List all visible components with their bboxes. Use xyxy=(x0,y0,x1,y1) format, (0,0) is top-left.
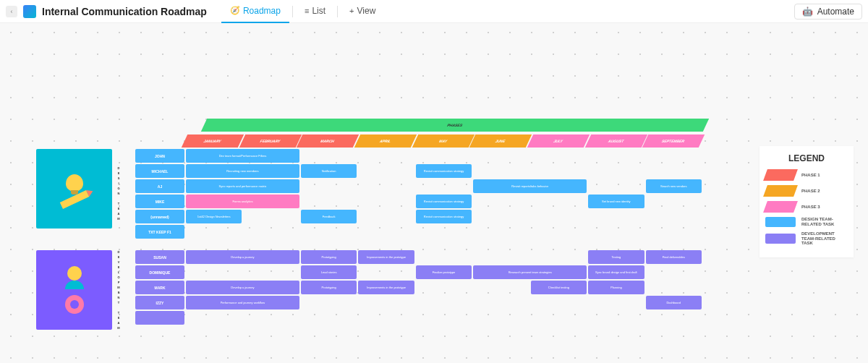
month-header-may: MAY xyxy=(412,134,474,148)
grid-cell xyxy=(243,225,299,239)
automate-button[interactable]: 🤖 Automate xyxy=(794,4,862,20)
gantt-row: (unnamed)1st&2 Design NewslettersFeedbac… xyxy=(135,210,702,223)
row-person-name: AJ xyxy=(135,179,184,193)
grid-cell xyxy=(646,210,702,223)
task-bar[interactable]: Checklist testing xyxy=(531,281,587,294)
grid-cell xyxy=(416,250,472,264)
gantt-row: IZZYPerformance and journey workflowDash… xyxy=(135,296,702,309)
collapse-sidebar-button[interactable]: ‹ xyxy=(6,6,17,17)
task-bar[interactable]: Revisit communication strategy xyxy=(416,164,472,178)
task-bar[interactable]: Dev team format/Performance Filters xyxy=(186,149,299,163)
task-bar[interactable]: Improvements in the prototype xyxy=(358,250,414,264)
grid-cell xyxy=(243,265,299,279)
grid-cell xyxy=(473,164,529,178)
task-bar[interactable]: Feedback xyxy=(301,210,357,223)
phases-header: PHASES xyxy=(36,117,702,133)
task-bar[interactable]: Set brand new identity xyxy=(588,195,644,208)
tab-add-view[interactable]: + View xyxy=(341,0,384,23)
task-bar[interactable]: Planning xyxy=(588,281,644,294)
grid-cell xyxy=(358,179,414,193)
gantt-row: DOMINIQUELead storiesFinalize prototypeR… xyxy=(135,265,702,279)
gantt-row: MARKDevelop a journeyPrototypingImprovem… xyxy=(135,281,702,294)
task-bar[interactable]: Prototyping xyxy=(301,281,357,294)
grid-cell xyxy=(646,149,702,163)
tab-roadmap[interactable]: 🧭 Roadmap xyxy=(221,0,289,23)
task-bar[interactable]: 1st&2 Design Newsletters xyxy=(186,210,242,223)
grid-cell xyxy=(473,281,529,294)
month-header-september: SEPTEMBER xyxy=(642,134,705,148)
robot-icon: 🤖 xyxy=(802,7,813,17)
grid-cell xyxy=(473,296,529,309)
grid-cell xyxy=(358,311,414,325)
grid-cell xyxy=(416,296,472,309)
month-header-row: JANUARYFEBRUARYMARCHAPRILMAYJUNEJULYAUGU… xyxy=(36,134,702,148)
plus-icon: + xyxy=(349,7,354,15)
tab-label: List xyxy=(312,6,326,16)
task-bar[interactable]: Revisit reports/tabs behavior xyxy=(473,179,587,193)
task-bar[interactable]: Search new vendors xyxy=(646,179,702,193)
grid-cell xyxy=(531,164,587,178)
grid-cell xyxy=(358,225,414,239)
task-bar[interactable]: Performance and journey workflow xyxy=(186,296,299,309)
grid-cell xyxy=(473,195,529,208)
task-bar[interactable]: Revisit communication strategy xyxy=(416,195,472,208)
task-bar[interactable]: Develop a journey xyxy=(186,281,299,294)
row-person-name xyxy=(135,311,184,325)
grid-cell xyxy=(588,311,644,325)
task-bar[interactable]: Revisit communication strategy xyxy=(416,210,472,223)
task-bar[interactable]: Forms analytics xyxy=(186,195,299,208)
task-bar[interactable]: Finalize prototype xyxy=(416,265,472,279)
grid-cell xyxy=(531,225,587,239)
legend-swatch xyxy=(765,234,796,244)
grid-cell xyxy=(301,195,357,208)
divider xyxy=(337,6,338,17)
task-bar[interactable]: Prototyping xyxy=(301,250,357,264)
month-header-june: JUNE xyxy=(469,134,532,148)
task-bar[interactable]: Improvements in the prototype xyxy=(358,281,414,294)
grid-cell xyxy=(646,195,702,208)
legend-item: DESIGN TEAM-RELATED TASK xyxy=(765,217,848,227)
task-bar[interactable]: Dashboard xyxy=(646,296,702,309)
task-bar[interactable]: Sync brand design and first draft xyxy=(588,265,644,279)
gantt-row xyxy=(135,311,702,325)
legend-item: PHASE 3 xyxy=(765,201,848,213)
row-person-name: SUSAN xyxy=(135,250,184,264)
design-team-image xyxy=(36,149,112,229)
task-bar[interactable]: Research present team strategies xyxy=(473,265,587,279)
grid-cell xyxy=(531,296,587,309)
tab-list[interactable]: ≡ List xyxy=(296,0,334,23)
task-bar[interactable]: Final deliverables xyxy=(646,250,702,264)
task-bar[interactable]: Notification xyxy=(301,164,357,178)
task-bar[interactable]: Recruiting new members xyxy=(186,164,299,178)
gantt-row: TXT KEEP F1 xyxy=(135,225,702,239)
grid-cell xyxy=(358,149,414,163)
team-name-label: DESIGN TEAM xyxy=(114,149,123,239)
roadmap-icon: 🧭 xyxy=(230,6,240,15)
legend-title: LEGEND xyxy=(765,153,848,163)
grid-cell xyxy=(473,210,529,223)
roadmap-canvas[interactable]: PHASES JANUARYFEBRUARYMARCHAPRILMAYJUNEJ… xyxy=(0,23,868,363)
legend-label: DESIGN TEAM-RELATED TASK xyxy=(801,217,848,226)
task-bar[interactable]: Sync reports and performance matrix xyxy=(186,179,299,193)
phases-label: PHASES xyxy=(446,123,463,127)
task-bar[interactable]: Testing xyxy=(588,250,644,264)
grid-cell xyxy=(416,149,472,163)
month-header-february: FEBRUARY xyxy=(239,134,301,148)
grid-cell xyxy=(473,225,529,239)
row-person-name: DOMINIQUE xyxy=(135,265,184,279)
grid-cell xyxy=(531,210,587,223)
row-person-name: (unnamed) xyxy=(135,210,184,223)
task-bar[interactable]: Develop a journey xyxy=(186,250,299,264)
grid-cell xyxy=(186,225,242,239)
legend-label: PHASE 1 xyxy=(801,173,848,178)
row-person-name: MARK xyxy=(135,281,184,294)
tab-label: Roadmap xyxy=(243,6,281,16)
month-header-august: AUGUST xyxy=(585,134,647,148)
gantt-row: JOHNDev team format/Performance Filters xyxy=(135,149,702,163)
team-block: DESIGN TEAMJOHNDev team format/Performan… xyxy=(36,149,702,239)
task-bar[interactable]: Lead stories xyxy=(301,265,357,279)
month-header-july: JULY xyxy=(527,134,590,148)
row-person-name: JOHN xyxy=(135,149,184,163)
grid-cell xyxy=(531,250,587,264)
grid-cell xyxy=(243,311,299,325)
